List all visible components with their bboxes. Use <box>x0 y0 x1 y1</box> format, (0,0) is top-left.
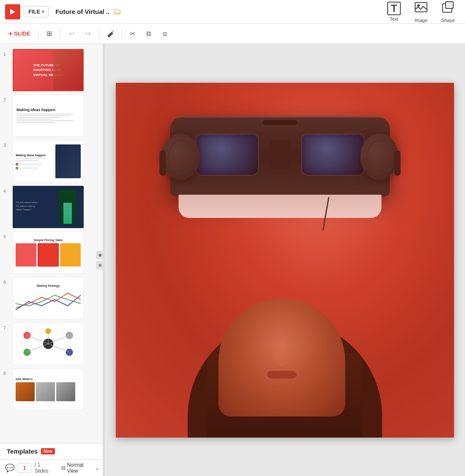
templates-label: Templates <box>7 448 38 455</box>
toolbar-row: + SLIDE ⊞ ↩ ↪ ✂ ⧉ ⧈ <box>0 24 465 44</box>
current-page-input[interactable] <box>18 463 31 473</box>
paste-button[interactable]: ⧈ <box>158 27 172 41</box>
bottom-bar: 💬 / 1 Slides ⊟ Normal View ⌄ <box>0 459 104 476</box>
text-tool-label: Text <box>390 16 398 22</box>
divider-4 <box>121 29 122 39</box>
slide-item-1[interactable]: 1 THE FUTURE OFSHOPPING WITHVIRTUAL REAL… <box>0 47 104 93</box>
slide-number-5: 5 <box>3 234 10 239</box>
divider-1 <box>38 29 38 39</box>
cut-button[interactable]: ✂ <box>126 27 140 41</box>
logo-button[interactable] <box>5 4 20 19</box>
slide-panel: 1 THE FUTURE OFSHOPPING WITHVIRTUAL REAL… <box>0 44 105 476</box>
add-slide-button[interactable]: + SLIDE <box>5 28 34 39</box>
image-icon <box>414 0 428 16</box>
slide-item-3[interactable]: 3 Making Ideas happen <box>0 139 104 184</box>
view-icon: ⊟ <box>61 465 66 471</box>
slide-item-5[interactable]: 5 Simple Pricing Table <box>0 230 104 275</box>
top-bar: FILE ▾ Future of Virtual .. 🗂 T Text Ima… <box>0 0 465 24</box>
view-label: Normal View <box>67 462 93 474</box>
right-tools: T Text Image Shape <box>382 0 460 24</box>
file-menu-chevron: ▾ <box>42 9 44 14</box>
vr-image <box>116 83 454 438</box>
view-selector[interactable]: ⊟ Normal View ⌄ <box>61 462 99 474</box>
divider-3 <box>99 29 99 39</box>
shape-tool[interactable]: Shape <box>436 0 460 24</box>
slide-number-3: 3 <box>3 143 10 148</box>
panel-expand-top[interactable]: ⊕ <box>96 251 104 259</box>
templates-bar: Templates New <box>0 443 104 459</box>
slide-thumb-8: Idea Makers <box>13 368 84 411</box>
toolbar-left: + SLIDE ⊞ ↩ ↪ ✂ ⧉ ⧈ <box>5 27 172 41</box>
main-area: 1 THE FUTURE OFSHOPPING WITHVIRTUAL REAL… <box>0 44 465 476</box>
svg-rect-5 <box>112 31 114 32</box>
slides-list: 1 THE FUTURE OFSHOPPING WITHVIRTUAL REAL… <box>0 44 104 443</box>
slide-thumb-3: Making Ideas happen <box>13 140 84 182</box>
slide-item-6[interactable]: 6 Making Strategy <box>0 275 104 321</box>
document-title: Future of Virtual .. <box>55 8 109 15</box>
folder-icon[interactable]: 🗂 <box>113 7 121 16</box>
slide-label: SLIDE <box>14 30 30 37</box>
slide-number-7: 7 <box>3 325 10 330</box>
image-tool-label: Image <box>415 18 428 23</box>
undo-button[interactable]: ↩ <box>65 27 79 41</box>
shape-tool-label: Shape <box>441 18 455 23</box>
slide-number-4: 4 <box>3 188 10 193</box>
file-menu-label: FILE <box>28 8 40 15</box>
copy-button[interactable]: ⧉ <box>142 27 156 41</box>
plus-icon: + <box>8 30 12 38</box>
file-menu-button[interactable]: FILE ▾ <box>24 6 49 17</box>
canvas-area <box>105 44 465 476</box>
slide-thumb-4: It's not about ideas.It's about makingid… <box>13 186 84 228</box>
slide-thumb-7 <box>13 323 84 365</box>
templates-badge: New <box>41 448 55 454</box>
slide-thumb-5: Simple Pricing Table <box>13 231 84 274</box>
slide-number-1: 1 <box>3 52 10 57</box>
slide-item-8[interactable]: 8 Idea Makers <box>0 367 104 412</box>
slide-number-8: 8 <box>3 371 10 376</box>
page-info: / 1 Slides <box>35 462 55 474</box>
comment-icon[interactable]: 💬 <box>5 463 14 473</box>
slide-thumb-2: Making Ideas happen. <box>13 95 84 137</box>
divider-2 <box>60 29 61 39</box>
text-icon: T <box>387 2 401 15</box>
redo-button[interactable]: ↪ <box>81 27 95 41</box>
slide-number-6: 6 <box>3 280 10 285</box>
image-tool[interactable]: Image <box>409 0 433 24</box>
layout-button[interactable]: ⊞ <box>43 27 56 41</box>
slide-item-2[interactable]: 2 Making Ideas happen. <box>0 93 104 139</box>
svg-rect-4 <box>446 2 453 8</box>
text-tool[interactable]: T Text <box>382 0 406 23</box>
slide-canvas[interactable] <box>116 83 454 438</box>
slide-thumb-1: THE FUTURE OFSHOPPING WITHVIRTUAL REALIT… <box>13 49 84 91</box>
view-chevron: ⌄ <box>95 465 99 471</box>
svg-marker-0 <box>10 9 15 15</box>
panel-expand-bottom[interactable]: ⊖ <box>96 261 104 269</box>
slide-thumb-6: Making Strategy <box>13 277 84 319</box>
slide-item-7[interactable]: 7 <box>0 321 104 367</box>
paint-button[interactable] <box>104 27 117 41</box>
svg-rect-1 <box>415 3 427 12</box>
svg-point-2 <box>417 4 420 7</box>
slide-item-4[interactable]: 4 It's not about ideas.It's about making… <box>0 184 104 230</box>
slide-number-2: 2 <box>3 97 10 102</box>
shape-icon <box>441 0 455 16</box>
